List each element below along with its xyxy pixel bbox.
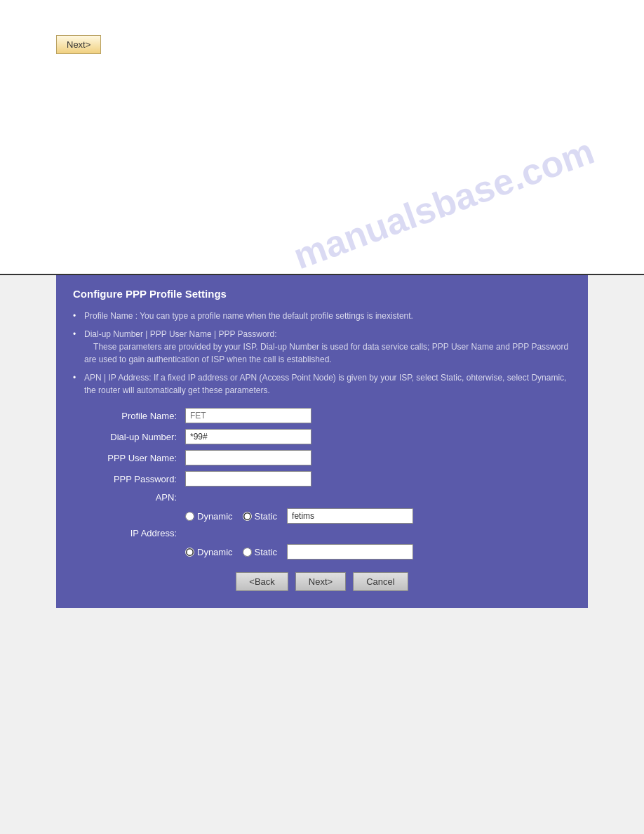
cancel-button[interactable]: Cancel xyxy=(353,572,408,591)
dialup-number-label: Dial-up Number: xyxy=(73,432,185,442)
button-row: <Back Next> Cancel xyxy=(73,572,571,591)
info-item-1: Profile Name : You can type a profile na… xyxy=(73,310,571,322)
apn-radio-options: Dynamic Static xyxy=(185,508,413,524)
apn-radio-row: Dynamic Static xyxy=(73,508,571,524)
apn-dynamic-option[interactable]: Dynamic xyxy=(185,511,233,522)
ip-dynamic-radio[interactable] xyxy=(185,548,194,557)
profile-name-label: Profile Name: xyxy=(73,411,185,421)
ppp-password-row: PPP Password: xyxy=(73,471,571,486)
config-panel: Configure PPP Profile Settings Profile N… xyxy=(56,275,588,608)
apn-static-label: Static xyxy=(255,511,278,522)
config-panel-title: Configure PPP Profile Settings xyxy=(73,288,571,300)
next-button[interactable]: Next> xyxy=(295,572,346,591)
form-section: Profile Name: Dial-up Number: PPP User N… xyxy=(73,408,571,591)
ppp-password-label: PPP Password: xyxy=(73,474,185,484)
ip-dynamic-option[interactable]: Dynamic xyxy=(185,547,233,557)
ip-label-row: IP Address: xyxy=(73,528,571,538)
ppp-username-row: PPP User Name: xyxy=(73,450,571,465)
apn-static-radio[interactable] xyxy=(243,512,252,521)
info-list: Profile Name : You can type a profile na… xyxy=(73,310,571,397)
profile-name-row: Profile Name: xyxy=(73,408,571,423)
dialup-number-row: Dial-up Number: xyxy=(73,429,571,444)
info-item-2: Dial-up Number | PPP User Name | PPP Pas… xyxy=(73,328,571,366)
apn-static-option[interactable]: Static xyxy=(243,511,278,522)
apn-dynamic-label: Dynamic xyxy=(197,511,233,522)
ip-static-label: Static xyxy=(255,547,278,557)
ip-radio-options: Dynamic Static xyxy=(185,544,413,560)
ppp-password-input[interactable] xyxy=(185,471,311,486)
ip-static-radio[interactable] xyxy=(243,548,252,557)
ip-address-label: IP Address: xyxy=(73,528,185,538)
apn-dynamic-radio[interactable] xyxy=(185,512,194,521)
back-button[interactable]: <Back xyxy=(236,572,288,591)
ppp-username-label: PPP User Name: xyxy=(73,453,185,463)
watermark: manualsbase.com xyxy=(288,130,599,278)
ip-static-option[interactable]: Static xyxy=(243,547,278,557)
ip-dynamic-label: Dynamic xyxy=(197,547,233,557)
ip-value-input[interactable] xyxy=(287,544,413,560)
apn-label: APN: xyxy=(73,492,185,503)
info-item-3: APN | IP Address: If a fixed IP address … xyxy=(73,371,571,397)
ip-radio-row: Dynamic Static xyxy=(73,544,571,560)
dialup-number-input[interactable] xyxy=(185,429,311,444)
apn-value-input[interactable] xyxy=(287,508,413,524)
bottom-section xyxy=(0,608,644,833)
top-next-button[interactable]: Next> xyxy=(56,35,101,54)
ppp-username-input[interactable] xyxy=(185,450,311,465)
apn-label-row: APN: xyxy=(73,492,571,503)
profile-name-input[interactable] xyxy=(185,408,311,423)
